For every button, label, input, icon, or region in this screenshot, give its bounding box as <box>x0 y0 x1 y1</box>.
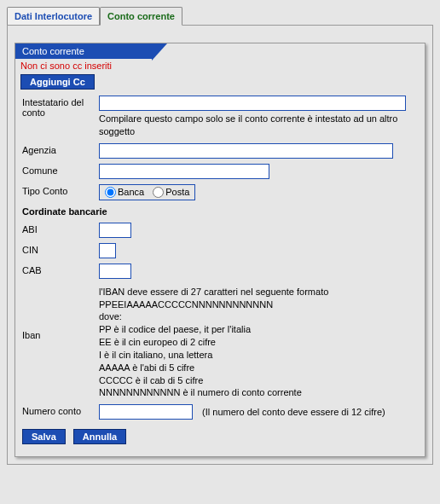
iban-hint-line: I è il cin italiano, una lettera <box>99 349 418 362</box>
error-message: Non ci sono cc inseriti <box>15 59 425 72</box>
iban-hint-line: l'IBAN deve essere di 27 caratteri nel s… <box>99 286 418 298</box>
agenzia-input[interactable] <box>99 143 393 159</box>
tipo-conto-group: Banca Posta <box>99 184 195 200</box>
iban-hint-line: dove: <box>99 310 418 323</box>
section-title: Conto corrente <box>15 43 152 59</box>
save-button[interactable]: Salva <box>22 429 66 444</box>
iban-label: Iban <box>22 284 99 340</box>
cin-label: CIN <box>22 243 99 255</box>
iban-hint-line: PP è il codice del paese, it per l'itali… <box>99 323 418 336</box>
iban-hint-line: NNNNNNNNNNNN è il numero di conto corren… <box>99 386 418 399</box>
add-cc-button[interactable]: Aggiungi Cc <box>20 74 95 90</box>
tipo-conto-posta[interactable]: Posta <box>153 187 189 198</box>
cin-input[interactable] <box>99 243 116 258</box>
comune-label: Comune <box>22 164 99 176</box>
iban-hint: l'IBAN deve essere di 27 caratteri nel s… <box>99 286 418 400</box>
numero-conto-input[interactable] <box>99 404 193 420</box>
numero-conto-hint: (Il numero del conto deve essere di 12 c… <box>202 407 385 417</box>
action-bar: Salva Annulla <box>15 422 425 448</box>
tipo-conto-posta-label: Posta <box>165 187 189 197</box>
cab-label: CAB <box>22 264 99 275</box>
conto-corrente-panel: Conto corrente Non ci sono cc inseriti A… <box>14 43 426 457</box>
tab-dati-interlocutore[interactable]: Dati Interlocutore <box>7 7 100 25</box>
coordinate-heading: Cordinate bancarie <box>15 203 425 220</box>
comune-input[interactable] <box>99 164 269 179</box>
agenzia-label: Agenzia <box>22 143 99 155</box>
cab-input[interactable] <box>99 264 131 279</box>
numero-conto-label: Numero conto <box>22 404 99 416</box>
intestatario-input[interactable] <box>99 96 406 111</box>
iban-hint-line: PPEEIAAAAACCCCCNNNNNNNNNNNN <box>99 298 418 311</box>
abi-label: ABI <box>22 223 99 235</box>
tipo-conto-banca-radio[interactable] <box>105 187 116 198</box>
tab-bar: Dati Interlocutore Conto corrente <box>0 0 440 25</box>
intestatario-label: Intestatario del conto <box>22 96 99 118</box>
tipo-conto-label: Tipo Conto <box>22 184 99 196</box>
tipo-conto-banca-label: Banca <box>118 187 144 197</box>
iban-hint-line: CCCCC è il cab di 5 cifre <box>99 374 418 387</box>
intestatario-hint: Compilare questo campo solo se il conto … <box>99 113 418 138</box>
tab-conto-corrente[interactable]: Conto corrente <box>100 7 182 26</box>
iban-hint-line: AAAAA è l'abi di 5 cifre <box>99 362 418 374</box>
abi-input[interactable] <box>99 223 131 238</box>
tab-panel: Conto corrente Non ci sono cc inseriti A… <box>7 25 433 465</box>
tipo-conto-banca[interactable]: Banca <box>105 187 144 198</box>
cancel-button[interactable]: Annulla <box>73 429 126 444</box>
iban-hint-line: EE è il cin europeo di 2 cifre <box>99 336 418 349</box>
tipo-conto-posta-radio[interactable] <box>153 187 164 198</box>
